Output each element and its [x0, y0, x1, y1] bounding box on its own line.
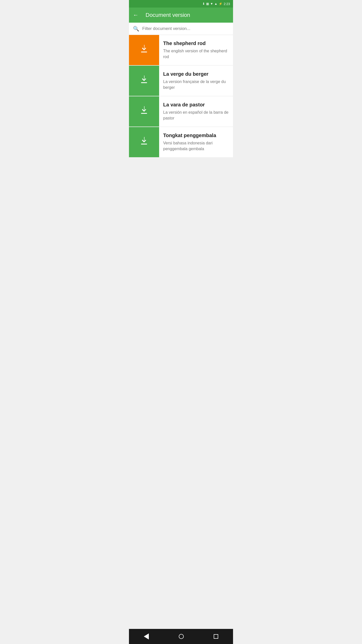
- item-description-verge-du-berger: La version française de la verge du berg…: [163, 79, 229, 90]
- item-thumbnail-vara-de-pastor: [129, 96, 159, 127]
- list-item[interactable]: The shepherd rodThe english version of t…: [129, 35, 233, 65]
- item-description-vara-de-pastor: La versión en español de la barra de pas…: [163, 110, 229, 121]
- item-title-vara-de-pastor: La vara de pastor: [163, 102, 229, 108]
- app-bar: ← Document version: [129, 8, 233, 23]
- list-item[interactable]: La verge du bergerLa version française d…: [129, 66, 233, 96]
- download-icon: [139, 136, 149, 148]
- download-icon: [139, 44, 149, 56]
- item-description-shepherd-rod-en: The english version of the shepherd rod: [163, 48, 229, 60]
- download-icon: [139, 75, 149, 87]
- item-description-tongkat-penggembala: Versi bahasa indonesia dari penggembala …: [163, 140, 229, 152]
- status-bar: ⬇ ▦ ▼ ▲ ⚡ 2:23: [129, 0, 233, 8]
- item-title-shepherd-rod-en: The shepherd rod: [163, 41, 229, 46]
- document-list: The shepherd rodThe english version of t…: [129, 35, 233, 157]
- item-title-verge-du-berger: La verge du berger: [163, 71, 229, 77]
- list-item[interactable]: La vara de pastorLa versión en español d…: [129, 96, 233, 127]
- item-content-tongkat-penggembala: Tongkat penggembalaVersi bahasa indonesi…: [159, 127, 233, 157]
- search-input[interactable]: [142, 26, 229, 31]
- item-thumbnail-tongkat-penggembala: [129, 127, 159, 157]
- wifi-icon: ▼: [210, 2, 213, 6]
- download-status-icon: ⬇: [202, 2, 205, 6]
- download-icon: [139, 105, 149, 118]
- signal-icon: ▲: [214, 2, 217, 6]
- sd-card-icon: ▦: [206, 2, 209, 6]
- battery-icon: ⚡: [219, 2, 222, 6]
- item-thumbnail-shepherd-rod-en: [129, 35, 159, 65]
- search-container: 🔍: [129, 23, 233, 35]
- item-content-vara-de-pastor: La vara de pastorLa versión en español d…: [159, 96, 233, 127]
- back-button[interactable]: ←: [131, 10, 141, 20]
- item-title-tongkat-penggembala: Tongkat penggembala: [163, 133, 229, 138]
- item-thumbnail-verge-du-berger: [129, 66, 159, 96]
- status-icons: ⬇ ▦ ▼ ▲ ⚡ 2:23: [202, 2, 230, 6]
- item-content-shepherd-rod-en: The shepherd rodThe english version of t…: [159, 35, 233, 65]
- app-bar-title: Document version: [146, 12, 190, 18]
- status-time: 2:23: [224, 2, 230, 6]
- search-icon: 🔍: [133, 26, 139, 32]
- item-content-verge-du-berger: La verge du bergerLa version française d…: [159, 66, 233, 96]
- list-item[interactable]: Tongkat penggembalaVersi bahasa indonesi…: [129, 127, 233, 157]
